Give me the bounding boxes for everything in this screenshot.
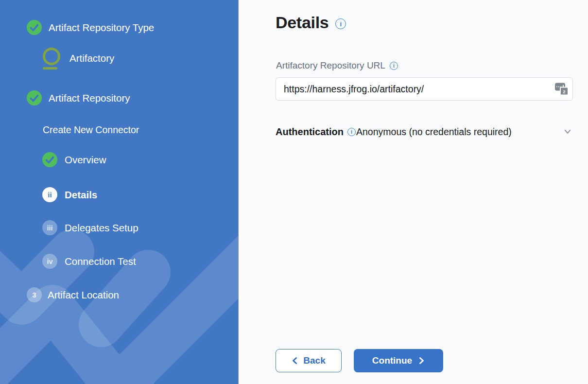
authentication-selected-value: Anonymous (no credentials required): [356, 126, 512, 138]
url-field-label-row: Artifactory Repository URL i: [276, 60, 398, 71]
multitype-input-button[interactable]: 2: [555, 83, 569, 96]
page-title: Details: [276, 13, 329, 32]
sidebar-step-details[interactable]: ii Details: [42, 187, 97, 202]
page-title-row: Details i: [276, 13, 346, 32]
back-button[interactable]: Back: [276, 349, 342, 372]
check-circle-icon: [27, 90, 42, 105]
harness-logo-watermark: [0, 0, 238, 384]
wizard-sidebar: Artifact Repository Type Artifactory Art…: [0, 0, 238, 384]
sidebar-step-artifact-repository-type[interactable]: Artifact Repository Type: [27, 20, 154, 35]
info-icon[interactable]: i: [335, 18, 346, 29]
sidebar-step-overview[interactable]: Overview: [42, 152, 106, 167]
step-numeral-icon: iv: [42, 254, 57, 269]
chevron-right-icon: [418, 357, 425, 365]
sidebar-step-delegates-setup[interactable]: iii Delegates Setup: [42, 220, 138, 235]
step-label: Artifact Repository: [49, 92, 130, 104]
info-icon[interactable]: i: [347, 128, 356, 136]
authentication-dropdown[interactable]: Authentication i Anonymous (no credentia…: [276, 123, 573, 140]
multitype-count-badge: 2: [560, 87, 569, 96]
step-label: Artifact Location: [48, 289, 119, 301]
artifactory-url-input[interactable]: [276, 77, 573, 101]
chevron-down-icon[interactable]: [563, 128, 572, 135]
sidebar-step-artifact-repository[interactable]: Artifact Repository: [27, 90, 130, 105]
check-circle-icon: [27, 20, 42, 35]
step-label: Overview: [65, 154, 106, 166]
chevron-left-icon: [292, 357, 298, 365]
continue-button[interactable]: Continue: [354, 349, 443, 372]
step-label: Artifact Repository Type: [49, 22, 154, 34]
check-circle-icon: [42, 152, 57, 167]
continue-button-label: Continue: [372, 355, 412, 366]
step-label: Artifactory: [69, 52, 114, 64]
authentication-label: Authentication: [276, 126, 344, 138]
sidebar-step-artifactory[interactable]: Artifactory: [43, 48, 114, 70]
url-input-wrap: 2: [276, 77, 573, 101]
artifactory-icon: [43, 48, 60, 70]
details-panel: Details i Artifactory Repository URL i 2…: [238, 0, 588, 384]
back-button-label: Back: [303, 355, 325, 366]
info-icon[interactable]: i: [390, 62, 398, 70]
step-numeral-icon: iii: [42, 220, 57, 235]
step-numeral-icon: 3: [27, 287, 42, 302]
sidebar-step-artifact-location[interactable]: 3 Artifact Location: [27, 287, 119, 302]
step-label: Delegates Setup: [65, 222, 138, 234]
step-label: Connection Test: [65, 256, 136, 267]
sidebar-group-create-new-connector: Create New Connector: [43, 124, 139, 136]
sidebar-step-connection-test[interactable]: iv Connection Test: [42, 254, 136, 269]
step-label: Details: [65, 189, 97, 201]
url-field-label: Artifactory Repository URL: [276, 60, 385, 71]
step-numeral-icon: ii: [42, 187, 57, 202]
group-heading-label: Create New Connector: [43, 124, 139, 136]
